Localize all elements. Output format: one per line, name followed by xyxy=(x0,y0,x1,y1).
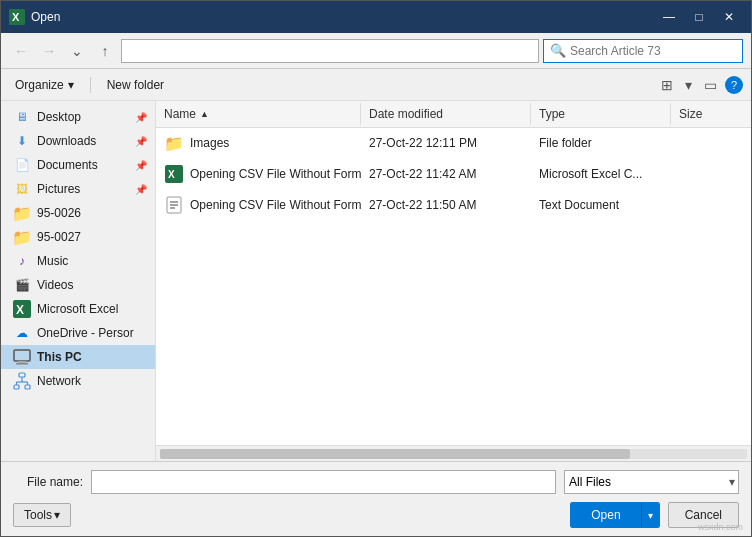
sidebar-item-95-0026[interactable]: 📁 95-0026 xyxy=(1,201,155,225)
forward-button[interactable]: → xyxy=(37,39,61,63)
filename-row: File name: All Files CSV Files Text File… xyxy=(13,470,739,494)
file-date: 27-Oct-22 11:42 AM xyxy=(361,165,531,183)
file-name: Images xyxy=(190,136,229,150)
organize-label: Organize xyxy=(15,78,64,92)
bottom-bar: File name: All Files CSV Files Text File… xyxy=(1,461,751,536)
sidebar-label-this-pc: This PC xyxy=(37,350,147,364)
column-header-type[interactable]: Type xyxy=(531,103,671,125)
sidebar-label-downloads: Downloads xyxy=(37,134,129,148)
sidebar-item-pictures[interactable]: 🖼 Pictures 📌 xyxy=(1,177,155,201)
organize-button[interactable]: Organize ▾ xyxy=(9,76,80,94)
back-button[interactable]: ← xyxy=(9,39,33,63)
desktop-pin: 📌 xyxy=(135,112,147,123)
file-row[interactable]: Opening CSV File Without Formatting 27-O… xyxy=(156,190,751,221)
file-list-container: Name ▲ Date modified Type Size 📁 xyxy=(156,101,751,461)
sidebar-item-this-pc[interactable]: This PC xyxy=(1,345,155,369)
pictures-pin: 📌 xyxy=(135,184,147,195)
column-header-size[interactable]: Size xyxy=(671,103,751,125)
file-type: Microsoft Excel C... xyxy=(531,165,671,183)
preview-pane-button[interactable]: ▭ xyxy=(700,75,721,95)
help-button[interactable]: ? xyxy=(725,76,743,94)
sidebar: 🖥 Desktop 📌 ⬇ Downloads 📌 📄 Documents 📌 … xyxy=(1,101,156,461)
sidebar-label-music: Music xyxy=(37,254,147,268)
view-list-button[interactable]: ⊞ xyxy=(657,75,677,95)
watermark: wsxdn.com xyxy=(698,522,743,532)
horizontal-scrollbar[interactable] xyxy=(156,445,751,461)
file-name: Opening CSV File Without Formatting xyxy=(190,198,361,212)
svg-rect-5 xyxy=(18,361,26,363)
file-name-input[interactable] xyxy=(91,470,556,494)
sidebar-item-music[interactable]: ♪ Music xyxy=(1,249,155,273)
file-type-select[interactable]: All Files CSV Files Text Files Excel Fil… xyxy=(564,470,739,494)
file-name-label: File name: xyxy=(13,475,83,489)
column-header-name[interactable]: Name ▲ xyxy=(156,103,361,125)
videos-icon: 🎬 xyxy=(13,276,31,294)
sidebar-label-pictures: Pictures xyxy=(37,182,129,196)
open-button-group: Open ▾ xyxy=(570,502,659,528)
pictures-icon: 🖼 xyxy=(13,180,31,198)
open-button[interactable]: Open xyxy=(571,503,640,527)
network-icon xyxy=(13,372,31,390)
view-controls: ⊞ ▾ ▭ ? xyxy=(657,75,743,95)
file-type-wrapper: All Files CSV Files Text Files Excel Fil… xyxy=(564,470,739,494)
text-file-icon xyxy=(164,195,184,215)
minimize-button[interactable]: — xyxy=(655,7,683,27)
column-header-date[interactable]: Date modified xyxy=(361,103,531,125)
svg-text:X: X xyxy=(168,169,175,180)
up-button[interactable]: ↑ xyxy=(93,39,117,63)
excel-app-icon: X xyxy=(13,300,31,318)
new-folder-button[interactable]: New folder xyxy=(101,76,170,94)
search-input[interactable] xyxy=(570,44,736,58)
main-content: 🖥 Desktop 📌 ⬇ Downloads 📌 📄 Documents 📌 … xyxy=(1,101,751,461)
file-size xyxy=(671,203,751,207)
search-icon: 🔍 xyxy=(550,43,566,58)
view-arrow-button[interactable]: ▾ xyxy=(681,75,696,95)
file-row[interactable]: 📁 Images 27-Oct-22 12:11 PM File folder xyxy=(156,128,751,159)
sidebar-item-network[interactable]: Network xyxy=(1,369,155,393)
sidebar-item-documents[interactable]: 📄 Documents 📌 xyxy=(1,153,155,177)
music-icon: ♪ xyxy=(13,252,31,270)
title-bar: X Open — □ ✕ xyxy=(1,1,751,33)
navigation-toolbar: ← → ⌄ ↑ 🔍 xyxy=(1,33,751,69)
app-icon: X xyxy=(9,9,25,25)
svg-rect-7 xyxy=(19,373,25,377)
sidebar-label-onedrive: OneDrive - Persor xyxy=(37,326,147,340)
column-name-label: Name xyxy=(164,107,196,121)
sidebar-label-microsoft-excel: Microsoft Excel xyxy=(37,302,147,316)
sidebar-item-onedrive[interactable]: ☁ OneDrive - Persor xyxy=(1,321,155,345)
documents-icon: 📄 xyxy=(13,156,31,174)
file-size xyxy=(671,141,751,145)
close-button[interactable]: ✕ xyxy=(715,7,743,27)
this-pc-icon xyxy=(13,348,31,366)
address-bar[interactable] xyxy=(121,39,539,63)
search-bar: 🔍 xyxy=(543,39,743,63)
onedrive-icon: ☁ xyxy=(13,324,31,342)
tools-button[interactable]: Tools ▾ xyxy=(13,503,71,527)
toolbar-separator xyxy=(90,77,91,93)
sidebar-item-videos[interactable]: 🎬 Videos xyxy=(1,273,155,297)
file-row[interactable]: X Opening CSV File Without Formatting 27… xyxy=(156,159,751,190)
sidebar-label-95-0026: 95-0026 xyxy=(37,206,147,220)
file-name-cell: Opening CSV File Without Formatting xyxy=(156,193,361,217)
sidebar-label-network: Network xyxy=(37,374,147,388)
open-dropdown-button[interactable]: ▾ xyxy=(641,503,659,527)
svg-rect-4 xyxy=(14,350,30,361)
window-controls: — □ ✕ xyxy=(655,7,743,27)
file-list-header: Name ▲ Date modified Type Size xyxy=(156,101,751,128)
folder-95-0026-icon: 📁 xyxy=(13,204,31,222)
sidebar-item-downloads[interactable]: ⬇ Downloads 📌 xyxy=(1,129,155,153)
file-list: 📁 Images 27-Oct-22 12:11 PM File folder … xyxy=(156,128,751,445)
file-date: 27-Oct-22 12:11 PM xyxy=(361,134,531,152)
svg-rect-8 xyxy=(14,385,19,389)
sidebar-item-desktop[interactable]: 🖥 Desktop 📌 xyxy=(1,105,155,129)
dialog-title: Open xyxy=(31,10,655,24)
file-type: Text Document xyxy=(531,196,671,214)
sidebar-item-95-0027[interactable]: 📁 95-0027 xyxy=(1,225,155,249)
documents-pin: 📌 xyxy=(135,160,147,171)
maximize-button[interactable]: □ xyxy=(685,7,713,27)
sidebar-item-microsoft-excel[interactable]: X Microsoft Excel xyxy=(1,297,155,321)
svg-text:X: X xyxy=(12,11,20,23)
sidebar-label-desktop: Desktop xyxy=(37,110,129,124)
recent-locations-button[interactable]: ⌄ xyxy=(65,39,89,63)
desktop-icon: 🖥 xyxy=(13,108,31,126)
